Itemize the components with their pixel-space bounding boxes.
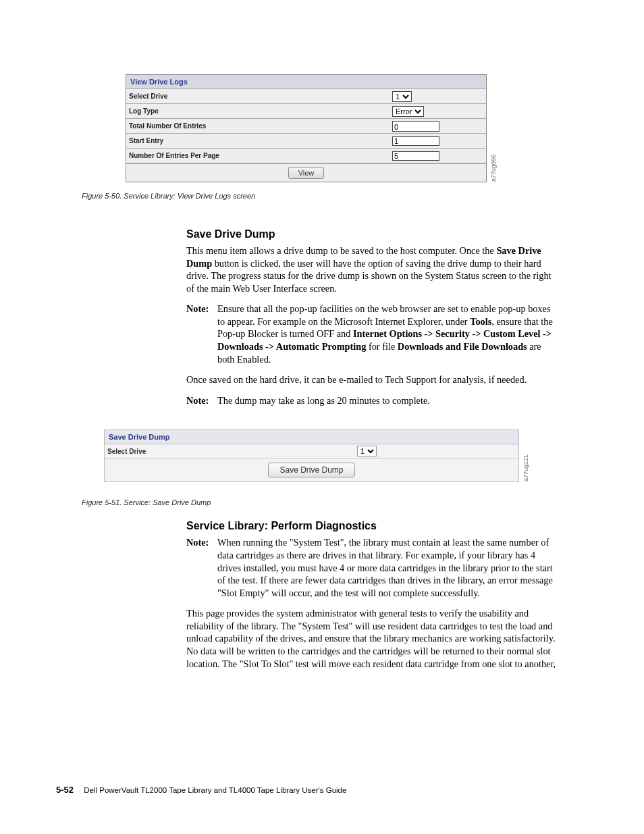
select-drive-label-2: Select Drive <box>107 448 357 455</box>
entries-per-page-input[interactable] <box>392 151 439 161</box>
note-label: Note: <box>186 394 217 407</box>
entries-per-page-label: Number Of Entries Per Page <box>129 152 392 159</box>
select-drive-dropdown-2[interactable]: 1 <box>357 446 377 457</box>
note-1: Note: Ensure that all the pop-up facilit… <box>186 303 558 365</box>
panel2-title: Save Drive Dump <box>105 430 518 444</box>
figure-caption-1: Figure 5-50. Service Library: View Drive… <box>82 192 562 200</box>
figure-caption-2: Figure 5-51. Service: Save Drive Dump <box>82 498 562 506</box>
view-drive-logs-panel: View Drive Logs Select Drive 1 Log Type … <box>126 74 487 182</box>
perform-diagnostics-para: This page provides the system administra… <box>186 607 558 670</box>
log-type-dropdown[interactable]: Error <box>392 106 424 117</box>
entries-per-page-row: Number Of Entries Per Page <box>126 149 486 163</box>
note-3: Note: When running the "System Test", th… <box>186 536 558 599</box>
start-entry-input[interactable] <box>392 136 439 146</box>
select-drive-dropdown[interactable]: 1 <box>392 91 412 102</box>
total-entries-value: 0 <box>392 121 439 132</box>
save-drive-dump-para1: This menu item allows a drive dump to be… <box>186 244 558 294</box>
perform-diagnostics-heading: Service Library: Perform Diagnostics <box>186 520 558 532</box>
save-drive-dump-button[interactable]: Save Drive Dump <box>268 463 354 477</box>
select-drive-label: Select Drive <box>129 93 392 100</box>
save-drive-dump-heading: Save Drive Dump <box>186 228 558 240</box>
page-number: 5-52 <box>56 785 74 795</box>
log-type-row: Log Type Error <box>126 104 486 119</box>
start-entry-label: Start Entry <box>129 137 392 145</box>
view-button[interactable]: View <box>288 167 325 179</box>
total-entries-label: Total Number Of Entries <box>129 122 392 130</box>
select-drive-row: Select Drive 1 <box>126 89 486 104</box>
panel-title: View Drive Logs <box>126 75 486 89</box>
note-body: When running the "System Test", the libr… <box>217 536 558 599</box>
total-entries-row: Total Number Of Entries 0 <box>126 119 486 134</box>
figure-ref-1: a77ug096 <box>490 155 497 182</box>
figure-ref-2: a77ug121 <box>522 454 529 481</box>
doc-title: Dell PowerVault TL2000 Tape Library and … <box>84 786 346 794</box>
note-2: Note: The dump may take as long as 20 mi… <box>186 394 558 407</box>
save-drive-dump-para2: Once saved on the hard drive, it can be … <box>186 373 558 386</box>
note-label: Note: <box>186 536 217 549</box>
log-type-label: Log Type <box>129 107 392 115</box>
page-footer: 5-52 Dell PowerVault TL2000 Tape Library… <box>56 785 346 795</box>
start-entry-row: Start Entry <box>126 134 486 149</box>
note-label: Note: <box>186 303 217 315</box>
note-body: The dump may take as long as 20 minutes … <box>217 394 558 407</box>
save-drive-dump-panel: Save Drive Dump Select Drive 1 Save Driv… <box>104 429 519 482</box>
select-drive-row-2: Select Drive 1 <box>105 444 518 459</box>
note-body: Ensure that all the pop-up facilities on… <box>217 303 558 365</box>
